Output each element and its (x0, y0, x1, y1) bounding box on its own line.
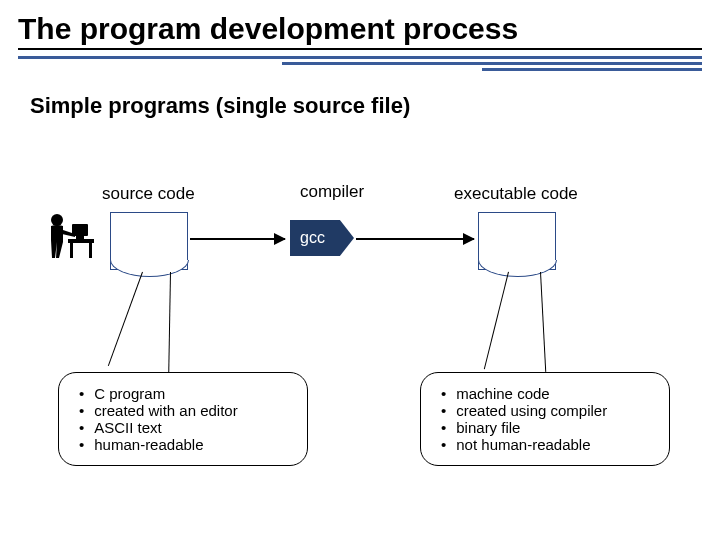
label-executable-code: executable code (454, 184, 578, 204)
svg-rect-4 (70, 243, 73, 258)
list-item: created using compiler (441, 402, 659, 419)
arrow-source-to-compiler (190, 238, 285, 240)
diagram-stage: source code compiler executable code gcc… (0, 140, 720, 520)
arrow-compiler-to-executable (356, 238, 474, 240)
label-compiler: compiler (300, 182, 364, 202)
list-item: not human-readable (441, 436, 659, 453)
label-source-code: source code (102, 184, 195, 204)
title-underline-decor (18, 56, 702, 71)
list-item: binary file (441, 419, 659, 436)
svg-point-0 (51, 214, 63, 226)
svg-rect-5 (89, 243, 92, 258)
list-item: machine code (441, 385, 659, 402)
compiler-box: gcc (290, 220, 354, 256)
svg-rect-1 (72, 224, 88, 236)
callout-leader (484, 272, 509, 369)
callout-leader (108, 272, 143, 366)
slide-subtitle: Simple programs (single source file) (30, 93, 720, 119)
callout-executable-code: machine code created using compiler bina… (420, 372, 670, 466)
list-item: C program (79, 385, 297, 402)
callout-leader (168, 272, 171, 372)
svg-rect-2 (76, 236, 84, 239)
callout-source-code: C program created with an editor ASCII t… (58, 372, 308, 466)
person-at-computer-icon (42, 210, 97, 260)
slide-title: The program development process (18, 12, 702, 50)
list-item: created with an editor (79, 402, 297, 419)
callout-leader (540, 272, 546, 372)
source-file-icon (110, 212, 188, 270)
svg-rect-3 (68, 239, 94, 243)
list-item: ASCII text (79, 419, 297, 436)
executable-file-icon (478, 212, 556, 270)
list-item: human-readable (79, 436, 297, 453)
